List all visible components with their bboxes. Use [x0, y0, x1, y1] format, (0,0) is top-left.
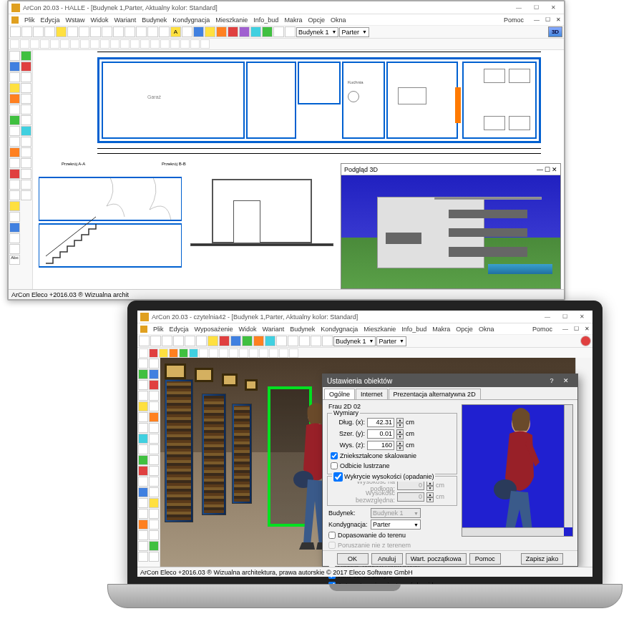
vt-icon[interactable] — [149, 487, 159, 497]
vt-icon[interactable] — [149, 444, 159, 454]
menu-okna[interactable]: Okna — [331, 16, 346, 24]
vt-icon[interactable] — [9, 169, 20, 179]
vt-icon[interactable] — [9, 115, 20, 125]
open-icon[interactable] — [150, 336, 161, 346]
vt-icon[interactable] — [21, 62, 31, 72]
menu-pomoc[interactable]: Pomoc — [504, 16, 524, 24]
vt-icon[interactable] — [21, 180, 31, 190]
t2-icon[interactable] — [209, 348, 218, 358]
t2-icon[interactable] — [70, 39, 79, 49]
menu-plik[interactable]: Plik — [153, 326, 164, 333]
vt-icon[interactable] — [21, 147, 31, 157]
vt-icon[interactable] — [9, 212, 20, 222]
vt-icon[interactable] — [149, 358, 159, 369]
dim-y-input[interactable] — [367, 429, 394, 439]
vt-icon[interactable] — [9, 62, 20, 72]
menu-edycja[interactable]: Edycja — [170, 326, 189, 333]
save-icon[interactable] — [33, 26, 44, 37]
print-icon[interactable] — [173, 336, 184, 346]
help-button[interactable]: Pomoc — [469, 553, 501, 565]
tool-icon[interactable] — [208, 336, 218, 346]
zoom-extents-icon[interactable] — [147, 26, 158, 37]
vt-icon[interactable] — [138, 455, 148, 465]
t2-icon[interactable] — [30, 39, 39, 49]
tool-icon-6[interactable] — [67, 26, 78, 37]
vt-icon[interactable] — [138, 434, 148, 444]
minimize-button[interactable]: — — [540, 312, 555, 322]
preview-3d-viewport[interactable] — [341, 175, 560, 288]
vt-icon[interactable] — [9, 126, 20, 136]
menu-infobud[interactable]: Info_bud — [253, 16, 278, 24]
vt-icon[interactable] — [138, 552, 148, 562]
color-purple-icon[interactable] — [239, 26, 250, 37]
menu-widok[interactable]: Widok — [238, 326, 256, 333]
vt-icon[interactable] — [21, 137, 31, 147]
menu-wstaw[interactable]: Wstaw — [66, 16, 85, 24]
vt-icon[interactable] — [149, 455, 159, 465]
tool-icon-5[interactable] — [56, 26, 67, 37]
vt-icon[interactable] — [138, 358, 148, 369]
menu-budynek[interactable]: Budynek — [142, 16, 167, 24]
maximize-button[interactable]: ☐ — [557, 312, 572, 322]
tool-icon[interactable] — [219, 336, 230, 346]
tool-icon-b[interactable] — [285, 26, 296, 37]
vt-icon[interactable] — [149, 369, 159, 379]
color-red-icon[interactable] — [228, 26, 238, 37]
tool-icon[interactable] — [288, 336, 298, 346]
vt-icon[interactable] — [138, 380, 148, 390]
vt-icon[interactable] — [149, 466, 159, 476]
dim-y-spinner[interactable]: ▲▼ — [396, 429, 404, 439]
tool-icon[interactable] — [322, 336, 333, 346]
t2-icon[interactable] — [289, 348, 298, 358]
t2-icon[interactable] — [180, 39, 190, 49]
color-green-icon[interactable] — [262, 26, 273, 37]
vt-icon[interactable] — [21, 169, 31, 179]
zoom-icon[interactable] — [185, 336, 195, 346]
menu-wariant[interactable]: Wariant — [114, 16, 137, 24]
tool-icon[interactable] — [276, 336, 287, 346]
dim-x-spinner[interactable]: ▲▼ — [396, 418, 404, 427]
t2-icon[interactable] — [199, 348, 208, 358]
doc-restore-button[interactable]: ☐ — [545, 16, 550, 23]
chk-height-detection[interactable] — [333, 472, 343, 482]
vt-icon[interactable] — [9, 83, 20, 93]
preview-vscrollbar[interactable] — [564, 405, 572, 527]
preview-hscrollbar[interactable] — [462, 527, 564, 536]
ruler-icon[interactable] — [182, 26, 192, 37]
vt-icon[interactable] — [9, 244, 20, 254]
t2-icon[interactable] — [110, 39, 119, 49]
doc-close-button[interactable]: ✕ — [585, 326, 590, 332]
tool-icon[interactable] — [311, 336, 321, 346]
reset-button[interactable]: Wart. początkowa — [406, 553, 467, 565]
t2-icon[interactable] — [259, 348, 268, 358]
vt-icon[interactable] — [21, 158, 31, 168]
vt-icon[interactable] — [9, 190, 20, 200]
menu-kondygnacja[interactable]: Kondygnacja — [172, 16, 210, 24]
dim-x-input[interactable] — [367, 418, 394, 427]
vt-icon[interactable] — [149, 380, 159, 390]
vt-icon[interactable] — [149, 509, 159, 519]
building-select[interactable]: Budynek 1▼ — [296, 27, 338, 37]
floor-select[interactable]: Parter▼ — [371, 519, 421, 530]
tab-internet[interactable]: Internet — [356, 389, 388, 399]
t2-icon[interactable] — [229, 348, 238, 358]
tool-icon[interactable] — [265, 336, 275, 346]
preview-maximize-button[interactable]: ☐ — [545, 166, 550, 173]
save-icon[interactable] — [162, 336, 172, 346]
tool-icon-a[interactable] — [273, 26, 284, 37]
menu-wariant[interactable]: Wariant — [263, 326, 285, 333]
tool-icon[interactable] — [242, 336, 253, 346]
t2-icon[interactable] — [249, 348, 258, 358]
ok-button[interactable]: OK — [337, 553, 369, 565]
font-icon[interactable]: A — [170, 26, 181, 37]
view-3d-button[interactable]: 3D — [548, 26, 562, 37]
t2-icon[interactable] — [200, 39, 210, 49]
globe-icon[interactable] — [580, 336, 591, 346]
menu-pomoc[interactable]: Pomoc — [532, 326, 552, 333]
vt-icon[interactable] — [138, 541, 148, 551]
menu-mieszkanie[interactable]: Mieszkanie — [215, 16, 248, 24]
vt-icon[interactable] — [9, 180, 20, 190]
vt-icon[interactable] — [149, 401, 159, 411]
new-icon[interactable] — [139, 336, 150, 346]
text-icon[interactable]: Abc — [9, 255, 20, 265]
